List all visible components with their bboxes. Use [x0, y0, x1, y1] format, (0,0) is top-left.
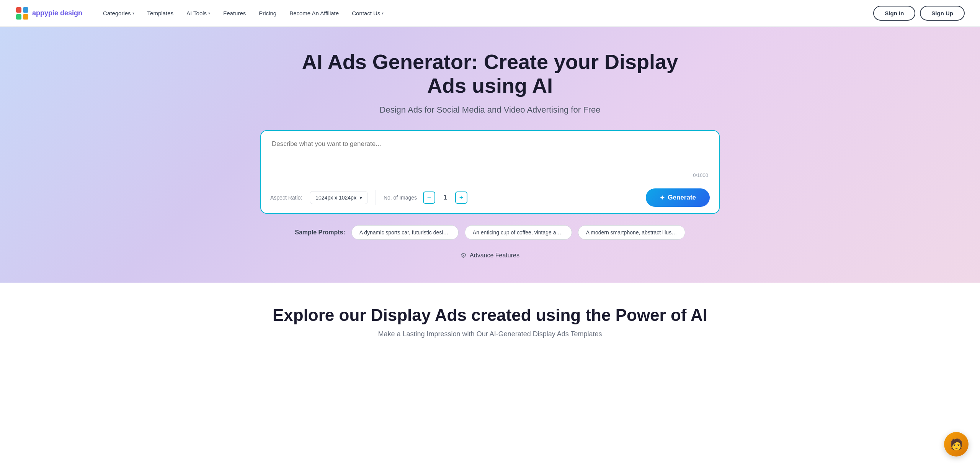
bottom-section: Explore our Display Ads created using th… [0, 283, 980, 353]
nav-ai-tools[interactable]: AI Tools ▾ [181, 7, 216, 20]
logo-text: appypie design [32, 9, 82, 17]
nav-affiliate[interactable]: Become An Affiliate [284, 7, 344, 20]
chevron-down-icon: ▾ [132, 11, 134, 15]
svg-rect-2 [16, 14, 21, 20]
advance-features-toggle[interactable]: ⚙ Advance Features [15, 251, 965, 260]
nav-contact[interactable]: Contact Us ▾ [346, 7, 389, 20]
gear-icon: ⚙ [461, 251, 467, 260]
svg-rect-0 [16, 7, 21, 13]
hero-subtitle: Design Ads for Social Media and Video Ad… [15, 105, 965, 115]
generator-box: 0/1000 Aspect Ratio: 1024px x 1024px ▾ N… [260, 130, 720, 214]
chevron-down-icon: ▾ [208, 11, 210, 15]
navbar: appypie design Categories ▾ Templates AI… [0, 0, 980, 27]
increase-images-button[interactable]: + [455, 191, 467, 204]
aspect-ratio-select[interactable]: 1024px x 1024px ▾ [310, 191, 368, 204]
decrease-images-button[interactable]: − [423, 191, 435, 204]
divider [376, 190, 376, 205]
logo-icon [15, 7, 29, 20]
image-count: 1 [441, 194, 449, 201]
generator-controls: Aspect Ratio: 1024px x 1024px ▾ No. of I… [261, 182, 719, 213]
svg-rect-1 [23, 7, 28, 13]
images-label: No. of Images [384, 195, 417, 201]
nav-actions: Sign In Sign Up [873, 6, 965, 21]
generate-label: Generate [668, 194, 696, 201]
aspect-ratio-label: Aspect Ratio: [270, 195, 302, 201]
char-count: 0/1000 [261, 171, 719, 182]
nav-pricing[interactable]: Pricing [253, 7, 282, 20]
sample-prompts-row: Sample Prompts: A dynamic sports car, fu… [260, 225, 720, 240]
prompt-input[interactable] [261, 131, 719, 169]
aspect-ratio-value: 1024px x 1024px [315, 195, 356, 201]
prompt-chip-1[interactable]: An enticing cup of coffee, vintage aesth… [465, 225, 572, 240]
svg-rect-3 [23, 14, 28, 20]
logo[interactable]: appypie design [15, 7, 82, 20]
nav-categories[interactable]: Categories ▾ [98, 7, 140, 20]
generate-button[interactable]: ✦ Generate [646, 188, 710, 207]
hero-section: AI Ads Generator: Create your Display Ad… [0, 27, 980, 283]
chevron-down-icon: ▾ [382, 11, 384, 15]
hero-title: AI Ads Generator: Create your Display Ad… [299, 50, 681, 97]
nav-links: Categories ▾ Templates AI Tools ▾ Featur… [98, 7, 873, 20]
advance-features-label: Advance Features [470, 252, 519, 259]
prompt-chip-0[interactable]: A dynamic sports car, futuristic design,… [351, 225, 459, 240]
nav-templates[interactable]: Templates [142, 7, 179, 20]
sign-in-button[interactable]: Sign In [873, 6, 915, 21]
sample-prompts-label: Sample Prompts: [295, 229, 345, 236]
images-control: No. of Images − 1 + [384, 191, 467, 204]
chevron-down-icon: ▾ [359, 195, 362, 201]
bottom-title: Explore our Display Ads created using th… [15, 306, 965, 325]
sign-up-button[interactable]: Sign Up [920, 6, 965, 21]
nav-features[interactable]: Features [218, 7, 251, 20]
sparkle-icon: ✦ [660, 194, 665, 201]
bottom-subtitle: Make a Lasting Impression with Our AI-Ge… [15, 330, 965, 338]
prompt-chip-2[interactable]: A modern smartphone, abstract illustrati… [578, 225, 685, 240]
